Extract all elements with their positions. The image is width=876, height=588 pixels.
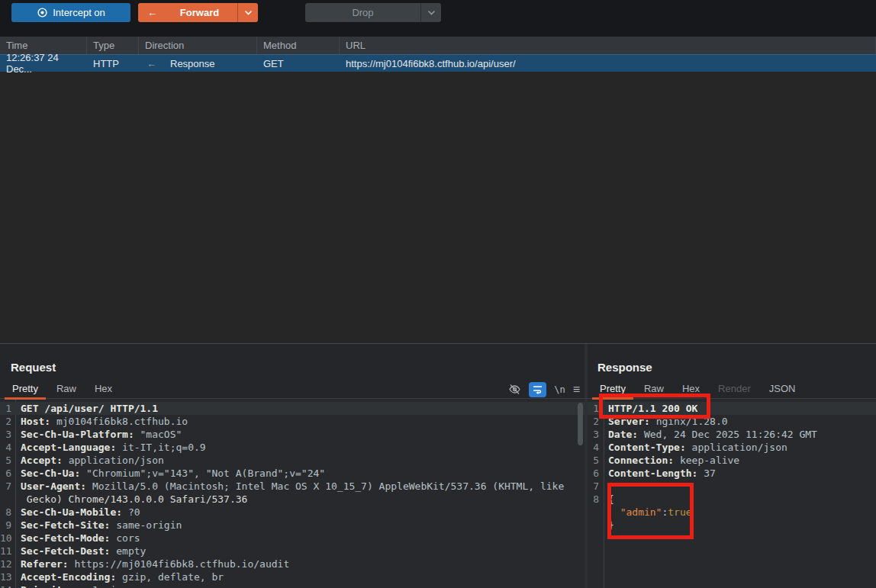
hide-non-printable-icon[interactable]: [508, 384, 521, 395]
request-tab-raw[interactable]: Raw: [47, 381, 85, 398]
code-line: 12Referer: https://mj0104fi6bk8.ctfhub.i…: [0, 557, 585, 570]
row-direction: ← Response: [139, 55, 257, 72]
code-line: "admin":true: [588, 506, 876, 519]
request-panel-title: Request: [11, 361, 56, 374]
soft-wrap-toggle-icon[interactable]: [529, 382, 546, 397]
code-line: 4Content-Type: application/json: [588, 441, 876, 454]
code-line: 6Sec-Ch-Ua: "Chromium";v="143", "Not A(B…: [0, 467, 585, 480]
table-row[interactable]: 12:26:37 24 Dec... HTTP ← Response GET h…: [0, 54, 876, 72]
response-panel-title: Response: [597, 361, 652, 374]
drop-dropdown-button[interactable]: [421, 10, 441, 15]
request-tabs: PrettyRawHex: [3, 381, 121, 398]
code-line: 7: [588, 480, 876, 493]
code-line: }: [588, 519, 876, 532]
code-line: 1GET /api/user/ HTTP/1.1: [0, 402, 585, 415]
request-scrollbar[interactable]: [578, 403, 583, 445]
code-line: 3Date: Wed, 24 Dec 2025 11:26:42 GMT: [588, 428, 876, 441]
code-line: 9Sec-Fetch-Site: same-origin: [0, 519, 585, 532]
code-line: 7User-Agent: Mozilla/5.0 (Macintosh; Int…: [0, 480, 585, 493]
code-line: 3Sec-Ch-Ua-Platform: "macOS": [0, 428, 585, 441]
forward-arrow-icon: ←: [147, 7, 157, 18]
column-header-url[interactable]: URL: [340, 37, 876, 54]
row-direction-label: Response: [170, 58, 215, 69]
drop-button-label: Drop: [305, 7, 420, 18]
code-line: 10Sec-Fetch-Mode: cors: [0, 532, 585, 545]
intercept-state-icon: [37, 7, 48, 18]
request-editor-toolbar: \n ≡: [493, 381, 580, 398]
row-time: 12:26:37 24 Dec...: [0, 55, 87, 72]
request-tab-hex[interactable]: Hex: [85, 381, 121, 398]
response-tab-raw[interactable]: Raw: [635, 381, 673, 398]
forward-dropdown-button[interactable]: [238, 10, 258, 15]
intercept-toggle-button[interactable]: Intercept on: [11, 3, 130, 22]
code-line: 5Accept: application/json: [0, 454, 585, 467]
response-tab-render: Render: [709, 381, 760, 398]
row-method: GET: [257, 55, 340, 72]
row-url: https://mj0104fi6bk8.ctfhub.io/api/user/: [340, 55, 876, 72]
column-header-direction[interactable]: Direction: [139, 37, 257, 54]
code-line: 2Server: nginx/1.28.0: [588, 415, 876, 428]
message-editor-area: Request Response PrettyRawHex PrettyRawH…: [0, 343, 876, 588]
intercept-button-label: Intercept on: [53, 7, 105, 18]
row-type: HTTP: [87, 55, 139, 72]
response-tab-hex[interactable]: Hex: [673, 381, 709, 398]
request-editor[interactable]: 1GET /api/user/ HTTP/1.12Host: mj0104fi6…: [0, 399, 585, 588]
chevron-down-icon: [244, 10, 253, 15]
chevron-down-icon: [427, 10, 436, 15]
request-tab-pretty[interactable]: Pretty: [3, 381, 47, 398]
response-tab-json[interactable]: JSON: [760, 381, 805, 398]
show-newlines-icon[interactable]: \n: [554, 384, 565, 395]
code-line: 4Accept-Language: it-IT,it;q=0.9: [0, 441, 585, 454]
code-line: 5Connection: keep-alive: [588, 454, 876, 467]
code-line: 14Priority: u=1, i: [0, 583, 585, 588]
response-tab-pretty[interactable]: Pretty: [591, 381, 635, 398]
code-line: 2Host: mj0104fi6bk8.ctfhub.io: [0, 415, 585, 428]
code-line: 8{: [588, 493, 876, 506]
response-tabs: PrettyRawHexRenderJSON: [591, 381, 804, 398]
drop-button[interactable]: Drop: [305, 3, 441, 22]
editor-menu-icon[interactable]: ≡: [573, 383, 580, 397]
queue-table-header: Time Type Direction Method URL: [0, 37, 876, 54]
code-line: 8Sec-Ch-Ua-Mobile: ?0: [0, 506, 585, 519]
forward-button-label: Forward: [162, 7, 237, 18]
code-line: 13Accept-Encoding: gzip, deflate, br: [0, 570, 585, 583]
forward-button[interactable]: ← Forward: [138, 3, 258, 22]
response-editor[interactable]: 1HTTP/1.1 200 OK2Server: nginx/1.28.03Da…: [588, 399, 876, 588]
code-line: 1HTTP/1.1 200 OK: [588, 402, 876, 415]
code-line: Gecko) Chrome/143.0.0.0 Safari/537.36: [0, 493, 585, 506]
code-line: 6Content-Length: 37: [588, 467, 876, 480]
response-direction-arrow-icon: ←: [147, 58, 156, 69]
column-header-type[interactable]: Type: [87, 37, 139, 54]
intercept-toolbar: Intercept on ← Forward Drop: [0, 0, 876, 37]
column-header-method[interactable]: Method: [257, 37, 340, 54]
code-line: 11Sec-Fetch-Dest: empty: [0, 545, 585, 557]
